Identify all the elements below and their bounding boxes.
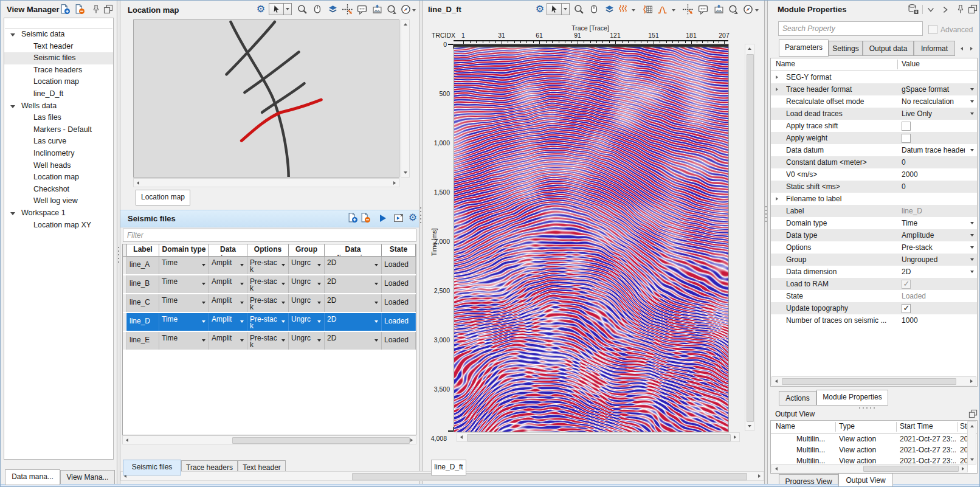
tree-item-well-heads[interactable]: Well heads bbox=[4, 160, 113, 172]
property-row-recalculate-offset-mode[interactable]: Recalculate offset modeNo recalculation bbox=[771, 95, 977, 108]
property-row-load-dead-traces[interactable]: Load dead tracesLive Only bbox=[771, 108, 977, 120]
checkbox-apply-trace-shift[interactable] bbox=[902, 122, 911, 131]
run-in-view-icon[interactable] bbox=[393, 212, 404, 223]
dropdown-arrow-icon[interactable] bbox=[374, 320, 378, 323]
property-row-apply-weight[interactable]: Apply weight bbox=[771, 132, 977, 144]
collapse-arrow-icon[interactable] bbox=[10, 212, 15, 215]
dropdown-arrow-icon[interactable] bbox=[970, 234, 974, 237]
dropdown-arrow-icon[interactable] bbox=[970, 222, 974, 224]
measure-icon[interactable] bbox=[386, 4, 397, 15]
output-view-vertical-scrollbar[interactable] bbox=[967, 421, 976, 465]
seismic-file-row-line_C[interactable]: line_CTimeAmplitPre-stackUngrc2DLoaded bbox=[123, 294, 416, 313]
property-value[interactable]: line_D bbox=[902, 205, 965, 217]
cell-domain-type[interactable]: Time bbox=[159, 257, 209, 274]
column-header-name[interactable]: Name bbox=[776, 60, 795, 68]
tree-item-well-log-view[interactable]: Well log view bbox=[4, 195, 113, 207]
column-header-start-time[interactable]: Start Time bbox=[900, 422, 933, 430]
column-header-data-dimension[interactable]: Data dimension bbox=[325, 244, 382, 256]
run-icon[interactable] bbox=[378, 213, 388, 224]
cell-data-type[interactable]: Amplit bbox=[209, 275, 247, 293]
property-row-label[interactable]: Labelline_D bbox=[771, 205, 977, 217]
column-header-value[interactable]: Value bbox=[902, 60, 920, 68]
zoom-icon[interactable] bbox=[297, 4, 308, 15]
dropdown-arrow-icon[interactable] bbox=[240, 264, 244, 266]
dropdown-arrow-icon[interactable] bbox=[281, 320, 285, 323]
column-header-group[interactable]: Group bbox=[289, 244, 325, 256]
seismic-files-horizontal-scrollbar[interactable] bbox=[122, 435, 416, 444]
dropdown-arrow-icon[interactable] bbox=[317, 320, 321, 323]
cell-group[interactable]: Ungrc bbox=[289, 275, 325, 293]
cell-data-type[interactable]: Amplit bbox=[209, 257, 247, 274]
property-row-seg-y-format[interactable]: SEG-Y format bbox=[771, 71, 977, 83]
dropdown-arrow-icon[interactable] bbox=[240, 339, 244, 342]
tab-parameters[interactable]: Parameters bbox=[779, 40, 829, 57]
pan-mouse-icon[interactable] bbox=[588, 4, 599, 15]
property-value[interactable]: 0 bbox=[902, 156, 965, 168]
annotation-icon[interactable] bbox=[697, 4, 708, 15]
tab-scroll-left-icon[interactable] bbox=[957, 43, 967, 55]
seismic-file-row-line_A[interactable]: line_ATimeAmplitPre-stackUngrc2DLoaded bbox=[123, 257, 416, 275]
cell-group[interactable]: Ungrc bbox=[289, 294, 325, 312]
tree-item-markers-default[interactable]: Markers - Default bbox=[4, 124, 113, 136]
filter-input[interactable] bbox=[123, 229, 416, 242]
cell-options[interactable]: Pre-stack bbox=[247, 257, 289, 274]
compass-dropdown-icon[interactable] bbox=[753, 5, 761, 16]
property-value[interactable]: 2000 bbox=[902, 168, 965, 181]
tree-item-line-d-ft[interactable]: line_D_ft bbox=[4, 88, 113, 100]
location-map-canvas[interactable] bbox=[133, 19, 399, 178]
map-line-crossline-2[interactable] bbox=[244, 52, 298, 92]
property-value[interactable]: No recalculation bbox=[902, 95, 965, 108]
zoom-icon[interactable] bbox=[573, 4, 584, 15]
seismic-file-row-line_D[interactable]: line_DTimeAmplitPre-stackUngrc2DLoaded bbox=[123, 313, 416, 332]
property-row-filename-to-label[interactable]: Filename to label bbox=[771, 193, 977, 205]
tab-seismic-files[interactable]: Seismic files bbox=[123, 460, 181, 475]
dropdown-arrow-icon[interactable] bbox=[374, 283, 378, 285]
property-value[interactable]: Ungrouped bbox=[902, 254, 965, 266]
dropdown-arrow-icon[interactable] bbox=[281, 302, 285, 304]
cell-domain-type[interactable]: Time bbox=[159, 313, 209, 331]
cell-data-type[interactable]: Amplit bbox=[209, 294, 247, 312]
tree-item-location-map-xy[interactable]: Location map XY bbox=[4, 219, 113, 232]
tab-location-map[interactable]: Location map bbox=[136, 190, 190, 206]
export-image-icon[interactable] bbox=[713, 4, 724, 15]
tab-settings[interactable]: Settings bbox=[829, 41, 863, 56]
property-row-group[interactable]: GroupUngrouped bbox=[771, 254, 977, 266]
remove-view-icon[interactable] bbox=[74, 4, 85, 15]
cell-group[interactable]: Ungrc bbox=[289, 257, 325, 274]
cell-domain-type[interactable]: Time bbox=[159, 294, 209, 312]
search-property-input[interactable] bbox=[778, 21, 923, 36]
dropdown-arrow-icon[interactable] bbox=[281, 264, 285, 266]
dropdown-arrow-icon[interactable] bbox=[202, 320, 205, 323]
tab-output-view[interactable]: Output View bbox=[838, 473, 893, 487]
map-horizontal-scrollbar[interactable] bbox=[133, 178, 399, 187]
property-value[interactable]: 1000 bbox=[902, 314, 965, 326]
settings-gear-icon[interactable] bbox=[407, 212, 418, 223]
tab-view-manager[interactable]: View Mana... bbox=[60, 470, 115, 485]
property-row-domain-type[interactable]: Domain typeTime bbox=[771, 217, 977, 229]
cell-data-dimension[interactable]: 2D bbox=[325, 332, 382, 350]
tab-module-properties[interactable]: Module Properties bbox=[816, 390, 888, 406]
dropdown-arrow-icon[interactable] bbox=[240, 302, 244, 304]
wiggle-display-icon[interactable] bbox=[618, 4, 629, 15]
pin-icon[interactable] bbox=[955, 4, 966, 15]
dropdown-arrow-icon[interactable] bbox=[970, 149, 974, 151]
dropdown-arrow-icon[interactable] bbox=[281, 339, 285, 342]
remove-file-icon[interactable] bbox=[360, 212, 371, 223]
tree-item-seismic-data[interactable]: Seismic data bbox=[4, 29, 113, 41]
tab-data-manager[interactable]: Data mana... bbox=[5, 469, 60, 485]
collapse-arrow-icon[interactable] bbox=[10, 105, 15, 108]
dropdown-arrow-icon[interactable] bbox=[202, 264, 205, 266]
property-row-data-dimension[interactable]: Data dimension2D bbox=[771, 266, 977, 278]
add-file-icon[interactable] bbox=[347, 212, 358, 223]
property-grid-horizontal-scrollbar[interactable] bbox=[771, 376, 976, 385]
tab-output-data[interactable]: Output data bbox=[863, 41, 914, 56]
property-row-apply-trace-shift[interactable]: Apply trace shift bbox=[771, 120, 977, 132]
tree-item-location-map[interactable]: Location map bbox=[4, 76, 113, 88]
property-row-state[interactable]: StateLoaded bbox=[771, 290, 977, 302]
compass-dropdown-icon[interactable] bbox=[410, 5, 418, 16]
property-value[interactable]: 2D bbox=[902, 266, 965, 278]
checkbox-load-to-ram[interactable] bbox=[902, 280, 911, 289]
trace-table-icon[interactable] bbox=[642, 4, 653, 15]
property-row-load-to-ram[interactable]: Load to RAM bbox=[771, 278, 977, 290]
property-row-data-datum[interactable]: Data datumDatum trace header bbox=[771, 144, 977, 156]
